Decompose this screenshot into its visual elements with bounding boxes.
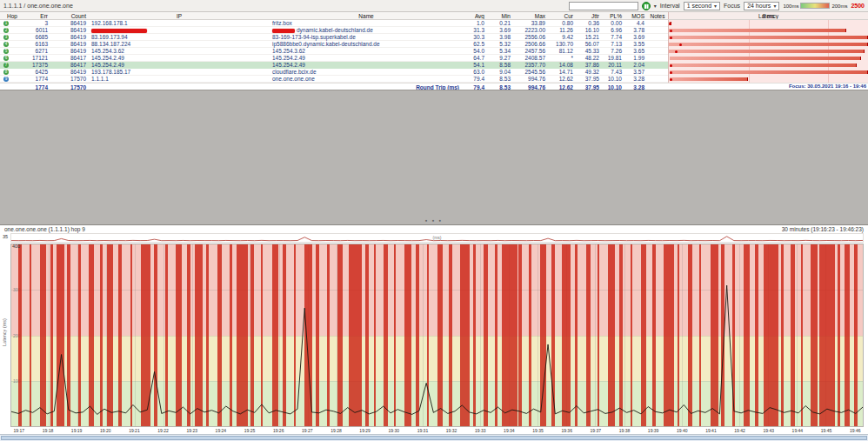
focus-value: 24 hours (747, 3, 771, 9)
splitter-handle-icon[interactable]: ● ● ● (425, 218, 444, 223)
ip-cell: 145.254.2.49 (89, 55, 270, 62)
legend-200ms-label: 200ms (831, 3, 847, 9)
latency-bar-cell (668, 20, 868, 27)
cur-cell: * (548, 55, 576, 62)
latency-range-bar (669, 43, 868, 46)
notes-cell (647, 76, 668, 83)
latency-gradient-swatch (800, 3, 830, 9)
avg-cell: 64.7 (463, 55, 487, 62)
x-tick-label: 19:21 (129, 428, 140, 433)
col-jttr[interactable]: Jttr (576, 12, 602, 19)
avg-cell: 63.0 (463, 69, 487, 76)
x-tick-label: 19:33 (475, 428, 486, 433)
latency-graph[interactable]: 100200300 (10, 244, 864, 427)
latency-range-bar (669, 50, 865, 53)
hop-row[interactable]: 71737586417145.254.2.49145.254.2.4954.18… (0, 62, 868, 69)
x-tick-label: 19:17 (14, 428, 25, 433)
latency-bar-cell (668, 34, 868, 41)
jttr-cell: 37.86 (576, 62, 602, 69)
hop-row[interactable]: 91774175701.1.1.1one.one.one.one79.48.53… (0, 76, 868, 83)
hop-row[interactable]: 8642586419193.178.185.17cloudflare.bcix.… (0, 69, 868, 76)
min-cell: 3.98 (487, 34, 513, 41)
x-tick-label: 19:22 (157, 428, 169, 433)
chevron-down-icon: ▾ (773, 3, 776, 9)
count-cell: 86419 (50, 34, 89, 41)
current-latency-marker (670, 64, 672, 67)
count-cell: 86419 (50, 27, 89, 34)
notes-cell (647, 62, 668, 69)
window-title: 1.1.1.1 / one.one.one.one (3, 3, 73, 9)
latency-range-bar (670, 77, 748, 81)
interval-select[interactable]: 1 second ▾ (684, 2, 720, 10)
current-latency-marker (670, 37, 672, 39)
max-cell: 2506.66 (513, 41, 548, 48)
x-tick-label: 19:27 (302, 428, 313, 433)
min-cell: 5.34 (487, 48, 513, 55)
hop-status-icon: 1 (3, 21, 9, 26)
hop-status-icon: 6 (3, 56, 9, 61)
name-cell: 83-169-173-94-isp.superkabel.de (270, 34, 463, 41)
pl-cell: 7.26 (602, 48, 624, 55)
globe-icon: 9 (3, 77, 9, 82)
cur-cell: 0.80 (548, 20, 576, 27)
summary-min: 8.53 (487, 84, 513, 90)
hop-row[interactable]: 2601186419dynamic.kabel-deutschland.de31… (0, 27, 868, 34)
col-name[interactable]: Name (270, 12, 463, 19)
avg-cell: 54.0 (463, 48, 487, 55)
hop-status-icon: 2 (3, 28, 9, 33)
col-count[interactable]: Count (50, 12, 89, 19)
focus-cell: Focus: 30.05.2021 19:16 - 19:46 (668, 84, 868, 90)
hop-row[interactable]: 61712186417145.254.2.49145.254.2.4964.79… (0, 55, 868, 62)
err-cell: 1774 (24, 76, 50, 83)
pl-cell: 0.00 (602, 20, 624, 27)
jttr-cell: 37.95 (576, 76, 602, 83)
col-pl[interactable]: PL% (602, 12, 624, 19)
pl-cell: 19.81 (602, 55, 624, 62)
focus-select[interactable]: 24 hours ▾ (744, 2, 779, 10)
latency-scale-max-label: 2500 (851, 3, 865, 9)
splitter-area[interactable]: ● ● ● (0, 90, 868, 224)
hop-row[interactable]: 461638641988.134.187.224ip5886bbe0.dynam… (0, 41, 868, 48)
count-cell: 17570 (50, 76, 89, 83)
target-dropdown-caret[interactable]: ▾ (654, 3, 657, 9)
x-tick-label: 19:38 (619, 428, 631, 433)
x-tick-label: 19:39 (648, 428, 659, 433)
overview-strip[interactable]: (ms) (10, 233, 864, 243)
col-min[interactable]: Min (487, 12, 513, 19)
col-avg[interactable]: Avg (463, 12, 487, 19)
hop-status-icon: 5 (3, 49, 9, 54)
err-cell: 6425 (24, 69, 50, 76)
latency-gridline-2000 (828, 76, 829, 83)
col-err[interactable]: Err (24, 12, 50, 19)
start-pause-button[interactable] (642, 2, 651, 10)
col-mos[interactable]: MOS (624, 12, 647, 19)
notes-cell (647, 27, 668, 34)
col-latency[interactable]: 0 ms Latency (668, 12, 868, 19)
avg-cell: 54.1 (463, 62, 487, 69)
target-input[interactable] (569, 2, 638, 10)
round-trip-row[interactable]: 1774 17570 Round Trip (ms) 79.4 8.53 994… (0, 83, 868, 90)
avg-cell: 1.0 (463, 20, 487, 27)
hop-row[interactable]: 5627186419145.254.3.62145.254.3.6254.05.… (0, 48, 868, 55)
col-notes[interactable]: Notes (647, 12, 668, 19)
avg-cell: 30.3 (463, 34, 487, 41)
err-cell: 6011 (24, 27, 50, 34)
mos-cell: 3.65 (624, 48, 647, 55)
col-cur[interactable]: Cur (548, 12, 576, 19)
x-tick-label: 19:36 (561, 428, 572, 433)
hop-row[interactable]: 1386419192.168.178.1fritz.box1.00.2133.8… (0, 20, 868, 27)
scrollbar-thumb[interactable] (1, 436, 867, 440)
col-ip[interactable]: IP (89, 12, 270, 19)
col-max[interactable]: Max (513, 12, 548, 19)
graph-scrollbar[interactable] (0, 434, 868, 441)
latency-gridline-1000 (749, 20, 750, 27)
latency-bar-cell (668, 48, 868, 55)
pl-cell: 7.74 (602, 34, 624, 41)
hop-row[interactable]: 366858641983.169.173.9483-169-173-94-isp… (0, 34, 868, 41)
x-axis-labels: 19:1719:1819:1919:2019:2119:2219:2319:24… (10, 427, 864, 434)
chevron-down-icon: ▾ (714, 3, 717, 9)
x-tick-label: 19:34 (504, 428, 515, 433)
col-hop[interactable]: Hop (0, 12, 24, 19)
x-tick-label: 19:35 (532, 428, 544, 433)
graph-range-label[interactable]: 30 minutes (19:16:23 - 19:46:23) (782, 226, 864, 232)
